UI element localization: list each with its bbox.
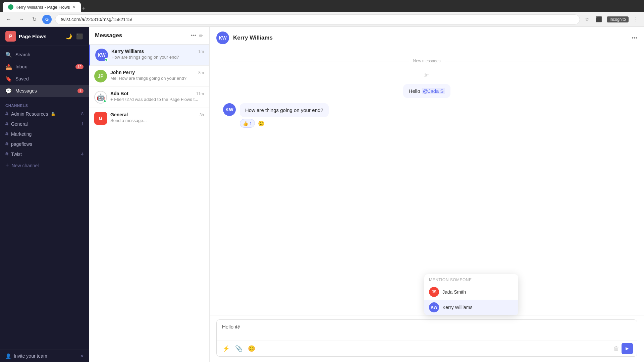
mention-name-jada: Jada Smith <box>442 289 466 295</box>
mention-name-kerry: Kerry Williams <box>442 305 472 310</box>
channel-pageflows-label: pageflows <box>11 141 32 147</box>
channel-marketing[interactable]: # Marketing <box>0 129 89 139</box>
message-sender: Kerry Williams <box>111 49 144 54</box>
mention-item-kerry[interactable]: KW Kerry Williams <box>424 300 518 315</box>
sidebar: P Page Flows 🌙 ⬛ 🔍 Search 📥 Inbox 12 🔖 S… <box>0 27 89 362</box>
mention-dropdown: Mention someone JS Jada Smith KW Kerry W… <box>424 274 518 315</box>
back-button[interactable]: ← <box>4 15 13 24</box>
delete-message-button[interactable]: 🗑 <box>613 345 620 352</box>
message-content: John Perry 8m Me: How are things going o… <box>110 70 204 81</box>
sidebar-header: P Page Flows 🌙 ⬛ <box>0 27 89 46</box>
chat-message: KW How are things going on your end? 👍 1… <box>223 103 631 128</box>
saved-icon: 🔖 <box>5 75 12 82</box>
workspace-name: Page Flows <box>19 34 62 39</box>
tab-favicon <box>8 4 13 10</box>
chat-bubble: Hello @Jada S <box>403 84 450 98</box>
inbox-badge: 12 <box>75 64 84 69</box>
channel-twist[interactable]: # Twist 4 <box>0 149 89 159</box>
invite-close-button[interactable]: ✕ <box>80 354 84 358</box>
list-item[interactable]: KW Kerry Williams 1m How are things goin… <box>89 45 209 66</box>
active-tab[interactable]: Kerry Williams - Page Flows ✕ <box>3 2 81 12</box>
inbox-icon: 📥 <box>5 63 12 70</box>
moon-icon-button[interactable]: 🌙 <box>65 33 73 40</box>
composer-area: Hello @ ⚡ 📎 😊 🗑 ► <box>210 315 644 362</box>
browser-menu-button[interactable]: ⋮ <box>632 15 640 24</box>
reaction-count: 1 <box>250 121 252 126</box>
channel-marketing-label: Marketing <box>11 131 32 137</box>
list-item[interactable]: G General 3h Send a message... <box>89 108 209 129</box>
app-container: P Page Flows 🌙 ⬛ 🔍 Search 📥 Inbox 12 🔖 S… <box>0 27 644 362</box>
messages-compose-button[interactable]: ✏ <box>199 33 203 39</box>
emoji-tool-button[interactable]: 😊 <box>246 343 257 354</box>
sidebar-search-label: Search <box>15 52 30 57</box>
forward-button[interactable]: → <box>17 15 26 24</box>
message-sender: Ada Bot <box>110 91 128 96</box>
divider-line-right <box>445 61 631 61</box>
chat-reactions: 👍 1 🙂 <box>240 119 329 128</box>
search-icon: 🔍 <box>5 51 12 58</box>
message-time: 8m <box>198 70 204 75</box>
message-time: 3h <box>200 113 204 117</box>
channel-general[interactable]: # General 1 <box>0 119 89 129</box>
channel-hash-icon: # <box>5 131 8 137</box>
sidebar-item-search[interactable]: 🔍 Search <box>0 49 89 61</box>
channel-hash-icon: # <box>5 121 8 127</box>
channel-hash-icon: # <box>5 141 8 147</box>
divider-line-left <box>223 61 409 61</box>
chat-more-button[interactable]: ••• <box>632 35 637 41</box>
messages-badge: 1 <box>77 88 84 93</box>
attachment-tool-button[interactable]: 📎 <box>233 343 244 354</box>
mention-avatar-jada: JS <box>429 287 439 297</box>
lightning-tool-button[interactable]: ⚡ <box>221 343 231 354</box>
message-sender: John Perry <box>110 70 135 75</box>
sidebar-item-saved[interactable]: 🔖 Saved <box>0 73 89 85</box>
sidebar-nav: 🔍 Search 📥 Inbox 12 🔖 Saved 💬 Messages 1 <box>0 46 89 100</box>
message-preview: Me: How are things going on your end? <box>110 76 204 81</box>
message-preview: Send a message... <box>110 118 204 123</box>
message-avatar: KW <box>223 103 236 116</box>
layout-icon-button[interactable]: ⬛ <box>75 33 84 40</box>
messages-header: Messages ••• ✏ <box>89 27 209 45</box>
reaction-thumbsup-button[interactable]: 👍 1 <box>240 119 255 128</box>
bookmark-button[interactable]: ☆ <box>583 15 591 24</box>
sidebar-header-icons: 🌙 ⬛ <box>65 33 84 40</box>
new-tab-button[interactable]: + <box>82 5 86 12</box>
channel-pageflows[interactable]: # pageflows <box>0 139 89 149</box>
channel-admin-resources[interactable]: # Admin Resources 🔒 8 <box>0 109 89 119</box>
mention-tag: @Jada S <box>422 88 445 94</box>
message-preview: How are things going on your end? <box>111 55 204 60</box>
new-messages-divider: New messages <box>223 59 631 63</box>
reload-button[interactable]: ↻ <box>30 15 39 24</box>
mention-avatar-kerry: KW <box>429 302 439 312</box>
list-item[interactable]: JP John Perry 8m Me: How are things goin… <box>89 66 209 87</box>
message-sender: General <box>110 112 128 117</box>
mention-item-jada[interactable]: JS Jada Smith <box>424 284 518 300</box>
extensions-button[interactable]: ⬛ <box>594 15 603 24</box>
mention-dropdown-header: Mention someone <box>424 274 518 284</box>
sidebar-item-messages[interactable]: 💬 Messages 1 <box>0 85 89 97</box>
channel-general-badge: 1 <box>81 122 84 126</box>
sidebar-item-inbox[interactable]: 📥 Inbox 12 <box>0 61 89 73</box>
chat-header-actions: ••• <box>632 35 637 41</box>
list-item[interactable]: 🤖 Ada Bot 11m + F6e4727d was added to th… <box>89 87 209 108</box>
address-bar-row: ← → ↻ G ☆ ⬛ Incognito ⋮ <box>0 12 644 27</box>
add-reaction-button[interactable]: 🙂 <box>257 119 266 128</box>
online-indicator <box>105 58 108 61</box>
tab-close-button[interactable]: ✕ <box>72 5 75 9</box>
address-input[interactable] <box>55 14 580 24</box>
messages-more-button[interactable]: ••• <box>191 33 196 39</box>
send-message-button[interactable]: ► <box>622 343 633 354</box>
message-content: Ada Bot 11m + F6e4727d was added to the … <box>110 91 204 102</box>
composer-input[interactable]: Hello @ <box>217 320 637 339</box>
invite-team-button[interactable]: 👤 Invite your team ✕ <box>0 350 89 362</box>
chat-message-body: How are things going on your end? 👍 1 🙂 <box>240 103 329 128</box>
channel-hash-icon: # <box>5 111 8 117</box>
message-content: Kerry Williams 1m How are things going o… <box>111 49 204 60</box>
new-messages-label: New messages <box>413 59 440 63</box>
chat-header: KW Kerry Williams ••• <box>210 27 644 49</box>
channel-admin-resources-label: Admin Resources <box>11 111 48 117</box>
online-indicator <box>103 100 106 103</box>
sidebar-messages-label: Messages <box>15 88 37 94</box>
message-preview: + F6e4727d was added to the Page Flows t… <box>110 97 204 102</box>
new-channel-button[interactable]: + New channel <box>0 159 89 172</box>
